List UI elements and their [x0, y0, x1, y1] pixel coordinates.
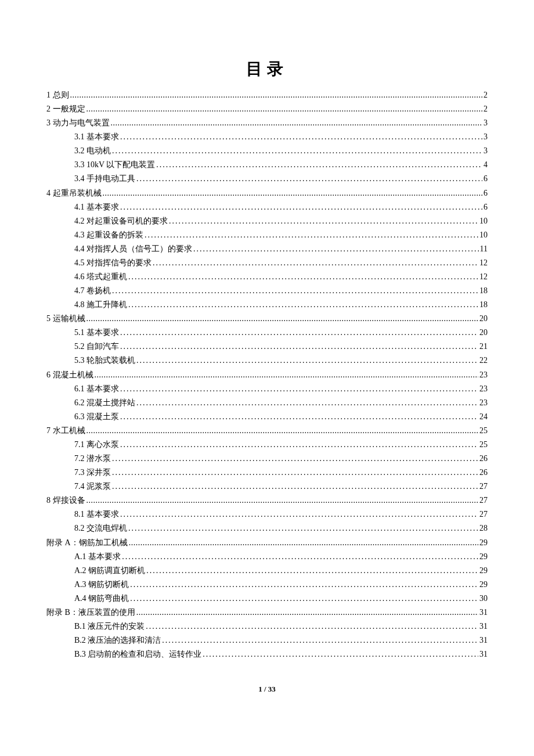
toc-entry-label: 5 运输机械 — [46, 312, 85, 326]
toc-entry-label: 5.2 自卸汽车 — [74, 340, 119, 354]
toc-entry: 3 动力与电气装置...............................… — [46, 116, 488, 130]
toc-leader-dots: ........................................… — [162, 633, 478, 647]
toc-leader-dots: ........................................… — [129, 536, 478, 550]
toc-entry-page: 22 — [479, 354, 488, 368]
toc-entry-label: 7.3 深井泵 — [74, 466, 111, 480]
toc-entry: 5 运输机械..................................… — [46, 312, 488, 326]
toc-leader-dots: ........................................… — [122, 550, 478, 564]
toc-entry-label: 7.1 离心水泵 — [74, 438, 119, 452]
toc-entry-page: 23 — [479, 396, 488, 410]
toc-entry-page: 11 — [480, 242, 488, 256]
toc-entry-page: 31 — [479, 606, 488, 620]
toc-entry-page: 29 — [479, 564, 488, 578]
toc-entry-label: 3.2 电动机 — [74, 144, 111, 158]
toc-entry-label: 6.1 基本要求 — [74, 382, 119, 396]
toc-entry-page: 21 — [479, 340, 488, 354]
toc-entry-label: 3.1 基本要求 — [74, 130, 119, 144]
toc-entry-label: 4 起重吊装机械 — [46, 186, 102, 200]
toc-entry-page: 29 — [479, 550, 488, 564]
toc-entry: 5.1 基本要求................................… — [46, 326, 488, 340]
toc-leader-dots: ........................................… — [136, 396, 478, 410]
toc-entry-label: 附录 A：钢筋加工机械 — [46, 536, 128, 550]
toc-entry-page: 18 — [479, 298, 488, 312]
toc-leader-dots: ........................................… — [128, 521, 478, 535]
toc-leader-dots: ........................................… — [136, 606, 478, 620]
toc-entry: A.3 钢筋切断机...............................… — [46, 578, 488, 592]
toc-leader-dots: ........................................… — [112, 466, 478, 480]
toc-entry-label: 6 混凝土机械 — [46, 368, 93, 382]
toc-leader-dots: ........................................… — [112, 144, 482, 158]
toc-entry-page: 6 — [484, 186, 488, 200]
toc-entry-label: 4.1 基本要求 — [74, 200, 119, 214]
toc-entry: 4 起重吊装机械................................… — [46, 186, 488, 200]
toc-entry-page: 25 — [479, 438, 488, 452]
toc-entry: 1 总则....................................… — [46, 88, 488, 102]
toc-leader-dots: ........................................… — [203, 647, 478, 661]
toc-entry: 2 一般规定..................................… — [46, 102, 488, 116]
toc-leader-dots: ........................................… — [128, 298, 478, 312]
toc-leader-dots: ........................................… — [112, 452, 478, 466]
toc-entry-page: 29 — [479, 536, 488, 550]
toc-entry: B.3 启动前的检查和启动、运转作业......................… — [46, 647, 488, 661]
toc-leader-dots: ........................................… — [120, 382, 478, 396]
toc-entry-page: 26 — [479, 466, 488, 480]
toc-entry-label: 7.4 泥浆泵 — [74, 480, 111, 494]
toc-entry-label: 4.8 施工升降机 — [74, 298, 127, 312]
toc-entry-label: B.1 液压元件的安装 — [74, 620, 145, 633]
toc-entry: 7.1 离心水泵................................… — [46, 438, 488, 452]
toc-entry-page: 3 — [484, 116, 488, 130]
toc-entry-page: 25 — [479, 424, 488, 438]
toc-entry-page: 31 — [479, 633, 488, 647]
toc-entry-label: 2 一般规定 — [46, 102, 85, 116]
toc-entry: 7.4 泥浆泵.................................… — [46, 480, 488, 494]
toc-leader-dots: ........................................… — [103, 186, 483, 200]
toc-entry-label: 附录 B：液压装置的使用 — [46, 606, 135, 620]
toc-entry-label: B.3 启动前的检查和启动、运转作业 — [74, 647, 201, 661]
toc-entry: 6 混凝土机械.................................… — [46, 368, 488, 382]
toc-entry-label: 3 动力与电气装置 — [46, 116, 110, 130]
toc-entry-label: 7.2 潜水泵 — [74, 452, 111, 466]
toc-entry: A.1 基本要求................................… — [46, 550, 488, 564]
toc-leader-dots: ........................................… — [146, 564, 478, 578]
toc-entry-label: A.4 钢筋弯曲机 — [74, 592, 129, 606]
toc-entry: 7.3 深井泵.................................… — [46, 466, 488, 480]
toc-entry-page: 24 — [479, 410, 488, 424]
toc-entry: 6.3 混凝土泵................................… — [46, 410, 488, 424]
toc-entry-label: B.2 液压油的选择和清洁 — [74, 633, 161, 647]
toc-entry-page: 27 — [479, 507, 488, 521]
toc-entry: 3.3 10kV 以下配电装置.........................… — [46, 158, 488, 172]
toc-entry: 附录 B：液压装置的使用............................… — [46, 606, 488, 620]
toc-entry-page: 6 — [484, 172, 488, 186]
page-footer: 1 / 33 — [46, 685, 488, 694]
toc-entry-page: 10 — [479, 228, 488, 242]
toc-entry-page: 20 — [479, 326, 488, 340]
toc-entry-label: 5.3 轮胎式装载机 — [74, 354, 135, 368]
toc-leader-dots: ........................................… — [193, 242, 479, 256]
toc-leader-dots: ........................................… — [146, 620, 478, 633]
toc-leader-dots: ........................................… — [153, 256, 478, 270]
toc-entry: 3.1 基本要求................................… — [46, 130, 488, 144]
toc-entry: 4.1 基本要求................................… — [46, 200, 488, 214]
toc-leader-dots: ........................................… — [156, 158, 482, 172]
toc-leader-dots: ........................................… — [136, 354, 478, 368]
toc-entry-label: 8 焊接设备 — [46, 494, 85, 507]
toc-entry-page: 27 — [479, 494, 488, 507]
toc-leader-dots: ........................................… — [169, 214, 478, 228]
toc-entry-page: 23 — [479, 368, 488, 382]
toc-entry-page: 23 — [479, 382, 488, 396]
toc-entry: 8 焊接设备..................................… — [46, 494, 488, 507]
toc-entry-label: 4.3 起重设备的拆装 — [74, 228, 143, 242]
toc-leader-dots: ........................................… — [120, 438, 478, 452]
toc-entry-label: 3.3 10kV 以下配电装置 — [74, 158, 155, 172]
toc-entry-label: A.1 基本要求 — [74, 550, 121, 564]
toc-entry: 附录 A：钢筋加工机械.............................… — [46, 536, 488, 550]
toc-entry: 4.3 起重设备的拆装.............................… — [46, 228, 488, 242]
toc-leader-dots: ........................................… — [145, 228, 478, 242]
toc-entry-label: 8.1 基本要求 — [74, 507, 119, 521]
toc-leader-dots: ........................................… — [128, 270, 478, 284]
toc-entry-page: 3 — [484, 130, 488, 144]
toc-leader-dots: ........................................… — [120, 410, 478, 424]
toc-entry: B.1 液压元件的安装.............................… — [46, 620, 488, 633]
toc-entry: 4.5 对指挥信号的要求............................… — [46, 256, 488, 270]
toc-leader-dots: ........................................… — [120, 130, 482, 144]
